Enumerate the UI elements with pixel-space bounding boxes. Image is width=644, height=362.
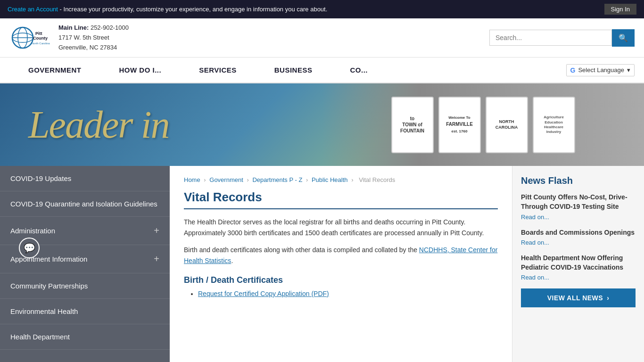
main-line: Main Line: 252-902-1000 [58,23,129,33]
google-g-icon: G [570,66,576,74]
translate-label: Select Language [578,66,624,74]
breadcrumb-sep: › [247,176,250,183]
sidebar-item-label: Appointment Information [10,255,87,263]
cert-link-list: Request for Certified Copy Application (… [198,290,498,297]
top-bar-tagline: - Increase your productivity, customize … [58,6,327,13]
svg-text:County: County [33,36,48,41]
sign-line2: TOWN of FOUNTAIN [396,122,429,134]
hero-text: Leader in [0,103,169,147]
chat-bubble[interactable]: 💬 [19,238,40,258]
nav-government[interactable]: GOVERNMENT [9,58,100,82]
breadcrumb-sep: › [306,176,310,183]
sign-card-4: AgricultureEducationHealthcareIndustry [533,97,575,153]
breadcrumb-current: Vital Records [359,176,395,183]
plus-icon: + [154,254,159,264]
arrow-right-icon: › [607,294,609,302]
cert-list-item: Request for Certified Copy Application (… [198,290,498,297]
search-input[interactable] [489,30,612,46]
sidebar-item-covid-updates[interactable]: COVID-19 Updates [0,166,170,191]
sign-card-2: Welcome To FARMVILLE est. 1760 [438,97,481,153]
sidebar-item-health-dept[interactable]: Health Department [0,324,170,350]
intro-paragraph-1: The Health Director serves as the local … [184,217,498,238]
main-nav: GOVERNMENT HOW DO I... SERVICES BUSINESS… [0,58,644,83]
nav-co[interactable]: CO... [331,58,387,82]
sign-card-3: NORTHCAROLINA [486,97,528,153]
svg-text:North Carolina: North Carolina [32,42,50,45]
sidebar: COVID-19 Updates COVID-19 Quarantine and… [0,166,170,362]
sign-card-1: to TOWN of FOUNTAIN [391,97,434,153]
news-item-read-1[interactable]: Read on... [521,214,636,221]
contact-info: Main Line: 252-902-1000 1717 W. 5th Stre… [58,23,129,52]
sidebar-item-label: COVID-19 Updates [10,174,71,182]
sidebar-item-label: Community Partnerships [10,282,88,290]
hero-right: to TOWN of FOUNTAIN Welcome To FARMVILLE… [322,83,644,166]
news-item-1: Pitt County Offers No-Cost, Drive-Throug… [521,193,636,220]
hero-banner: Leader in to TOWN of FOUNTAIN Welcome To… [0,83,644,166]
news-item-title-2: Boards and Commissions Openings [521,228,636,238]
top-bar-text: Create an Account - Increase your produc… [8,6,327,13]
address-line2: Greenville, NC 27834 [58,43,129,53]
sidebar-item-label: Health Department [10,333,70,341]
logo-area: Pitt County North Carolina Main Line: 25… [9,23,132,52]
cert-copy-link[interactable]: Request for Certified Copy Application (… [198,290,329,297]
sidebar-item-environmental[interactable]: Environmental Health [0,299,170,324]
sidebar-item-label: Environmental Health [10,307,78,315]
sign-in-button[interactable]: Sign In [604,4,636,15]
news-item-title-3: Health Department Now Offering Pediatric… [521,254,636,272]
nav-services[interactable]: SERVICES [180,58,256,82]
sidebar-item-covid-quarantine[interactable]: COVID-19 Quarantine and Isolation Guidel… [0,191,170,217]
chevron-down-icon: ▾ [627,66,630,74]
main-content: Home › Government › Departments P - Z › … [170,166,512,362]
section-heading: Birth / Death Certificates [184,275,498,285]
sign-line1: to [396,115,429,122]
create-account-link[interactable]: Create an Account [8,6,58,13]
header: Pitt County North Carolina Main Line: 25… [0,18,644,58]
top-bar: Create an Account - Increase your produc… [0,0,644,18]
breadcrumb-home[interactable]: Home [184,176,200,183]
sidebar-item-label: COVID-19 Quarantine and Isolation Guidel… [10,200,157,208]
breadcrumb-government[interactable]: Government [209,176,243,183]
svg-text:Pitt: Pitt [35,31,42,36]
news-flash-title: News Flash [521,175,636,186]
breadcrumb: Home › Government › Departments P - Z › … [184,176,498,183]
page-title: Vital Records [184,190,498,209]
sign-farmville: FARMVILLE [443,121,476,127]
breadcrumb-public-health[interactable]: Public Health [312,176,348,183]
nav-how-do-i[interactable]: HOW DO I... [100,58,181,82]
content-wrapper: COVID-19 Updates COVID-19 Quarantine and… [0,166,644,362]
news-item-read-2[interactable]: Read on... [521,239,636,246]
address-line1: 1717 W. 5th Street [58,33,129,43]
ncdhhs-link[interactable]: NCDHHS, State Center for Health Statisti… [184,246,497,264]
breadcrumb-sep: › [351,176,355,183]
sidebar-item-label: Administration [10,227,55,235]
breadcrumb-sep: › [204,176,207,183]
view-all-label: VIEW ALL NEWS [547,294,603,302]
breadcrumb-depts[interactable]: Departments P - Z [252,176,302,183]
news-item-read-3[interactable]: Read on... [521,274,636,281]
chat-icon: 💬 [24,242,35,254]
sidebar-item-community[interactable]: Community Partnerships [0,273,170,299]
hero-signs: to TOWN of FOUNTAIN Welcome To FARMVILLE… [387,92,580,158]
nav-business[interactable]: BUSINESS [256,58,331,82]
search-area: 🔍 [489,29,635,47]
right-sidebar: News Flash Pitt County Offers No-Cost, D… [512,166,644,362]
google-translate[interactable]: G Select Language ▾ [566,64,635,76]
sign-nc: NORTHCAROLINA [490,119,523,130]
news-item-title-1: Pitt County Offers No-Cost, Drive-Throug… [521,193,636,211]
pitt-county-logo: Pitt County North Carolina [9,24,52,52]
news-item-2: Boards and Commissions Openings Read on.… [521,228,636,247]
news-item-3: Health Department Now Offering Pediatric… [521,254,636,281]
view-all-news-button[interactable]: VIEW ALL NEWS › [521,288,636,307]
plus-icon: + [154,225,159,236]
search-button[interactable]: 🔍 [612,29,635,47]
intro-paragraph-2: Birth and death certificates along with … [184,245,498,266]
